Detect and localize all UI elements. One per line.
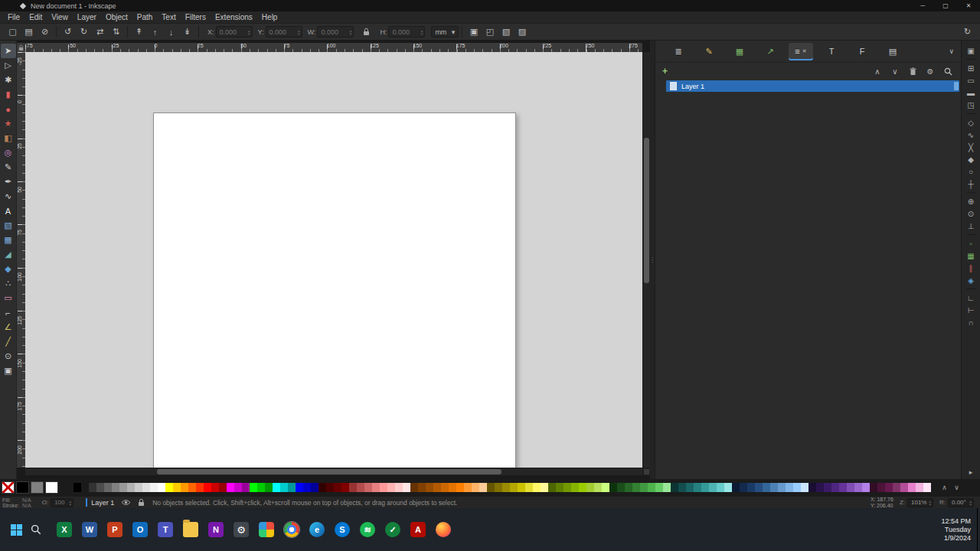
fill-stroke-indicator[interactable]: Fill:N/A Stroke:N/A xyxy=(2,497,31,508)
palette-swatch[interactable] xyxy=(655,483,663,492)
palette-swatch[interactable] xyxy=(556,483,564,492)
rectangle-tool[interactable]: ▮ xyxy=(1,87,16,102)
palette-swatch[interactable] xyxy=(441,483,449,492)
snap-perpendicular-icon[interactable]: ⊢ xyxy=(965,304,978,316)
eraser-tool[interactable]: ▭ xyxy=(1,291,16,305)
spray-tool[interactable]: ∴ xyxy=(1,276,16,291)
snapping-options-icon[interactable]: ↻ xyxy=(959,25,975,39)
scale-corners-toggle-icon[interactable]: ◰ xyxy=(482,25,498,39)
layer-row[interactable]: Layer 1 xyxy=(666,80,959,92)
snap-midpoints-icon[interactable]: ┼ xyxy=(965,178,978,190)
measure-tool[interactable]: ╱ xyxy=(1,334,16,349)
menu-view[interactable]: View xyxy=(47,11,73,23)
gray-swatch[interactable] xyxy=(31,481,44,494)
dropper-tool[interactable]: ◢ xyxy=(1,247,16,262)
box-3d-tool[interactable]: ◧ xyxy=(1,131,16,145)
palette-swatch[interactable] xyxy=(502,483,510,492)
palette-swatch[interactable] xyxy=(709,483,717,492)
palette-swatch[interactable] xyxy=(464,483,472,492)
snap-path-icon[interactable]: ∿ xyxy=(965,129,978,141)
palette-swatch[interactable] xyxy=(525,483,533,492)
minimize-button[interactable]: ─ xyxy=(911,0,934,11)
palette-swatch[interactable] xyxy=(188,483,196,492)
palette-swatch[interactable] xyxy=(548,483,556,492)
palette-swatch[interactable] xyxy=(311,483,318,492)
palette-swatch[interactable] xyxy=(755,483,763,492)
skype-icon[interactable]: S xyxy=(335,522,350,537)
palette-swatch[interactable] xyxy=(908,483,916,492)
palette-swatch[interactable] xyxy=(916,483,923,492)
flip-horizontal-icon[interactable]: ⇄ xyxy=(92,25,108,39)
palette-swatch[interactable] xyxy=(778,483,786,492)
raise-to-top-icon[interactable]: ↟ xyxy=(131,25,147,39)
photos-icon[interactable] xyxy=(259,522,274,537)
palette-swatch[interactable] xyxy=(104,483,112,492)
snap-bbox-icon[interactable]: ▭ xyxy=(965,74,978,86)
palette-swatch[interactable] xyxy=(487,483,495,492)
menu-filters[interactable]: Filters xyxy=(181,11,211,23)
snap-rotation-centers-icon[interactable]: ⊙ xyxy=(965,207,978,220)
node-tool[interactable]: ▷ xyxy=(1,58,16,73)
cms-toggle-icon[interactable] xyxy=(643,468,650,475)
spin-down-icon[interactable]: ▾ xyxy=(969,503,972,506)
pen-tool[interactable]: ✒ xyxy=(1,174,16,189)
width-input[interactable]: 0.000 ▴▾ xyxy=(317,26,354,37)
deselect-icon[interactable]: ⊘ xyxy=(37,25,53,39)
select-all-icon[interactable]: ▢ xyxy=(5,25,21,39)
spin-down-icon[interactable]: ▾ xyxy=(248,32,250,35)
rotate-cw-icon[interactable]: ↻ xyxy=(76,25,92,39)
palette-swatch[interactable] xyxy=(586,483,594,492)
tab-text[interactable]: T xyxy=(819,43,844,60)
tab-objects[interactable]: ↗ xyxy=(758,43,782,60)
word-icon[interactable]: W xyxy=(82,522,97,537)
palette-swatch[interactable] xyxy=(518,483,525,492)
display-mode-icon[interactable]: ▣ xyxy=(965,44,978,57)
tab-fill-stroke[interactable]: ✎ xyxy=(697,43,721,60)
excel-icon[interactable]: X xyxy=(57,522,72,537)
palette-swatch[interactable] xyxy=(763,483,770,492)
palette-swatch[interactable] xyxy=(158,483,165,492)
palette-swatch[interactable] xyxy=(410,483,418,492)
delete-layer-icon[interactable] xyxy=(906,66,919,77)
palette-swatch[interactable] xyxy=(824,483,831,492)
palette-swatch[interactable] xyxy=(418,483,426,492)
palette-swatch[interactable] xyxy=(288,483,296,492)
file-explorer-icon[interactable] xyxy=(183,522,198,537)
palette-swatch[interactable] xyxy=(625,483,632,492)
palette-swatch[interactable] xyxy=(671,483,678,492)
calligraphy-tool[interactable]: ∿ xyxy=(1,189,16,204)
snap-nodes-icon[interactable]: ◇ xyxy=(965,116,978,129)
close-button[interactable]: ✕ xyxy=(957,0,980,11)
scale-gradients-toggle-icon[interactable]: ▧ xyxy=(498,25,514,39)
horizontal-scrollbar-thumb[interactable] xyxy=(157,469,501,474)
palette-swatch[interactable] xyxy=(150,483,158,492)
palette-swatch[interactable] xyxy=(349,483,357,492)
menu-text[interactable]: Text xyxy=(157,11,180,23)
taskbar-search-button[interactable] xyxy=(26,520,46,540)
x-input[interactable]: 0.000 ▴▾ xyxy=(216,26,253,37)
palette-swatch[interactable] xyxy=(694,483,701,492)
pages-tool[interactable]: ▣ xyxy=(1,364,16,378)
vertical-ruler[interactable]: -250255075100125150175200 xyxy=(17,52,25,468)
palette-swatch[interactable] xyxy=(816,483,824,492)
palette-swatch[interactable] xyxy=(357,483,364,492)
palette-swatch[interactable] xyxy=(717,483,724,492)
spin-down-icon[interactable]: ▾ xyxy=(350,32,352,35)
show-desktop-button[interactable] xyxy=(977,508,980,551)
palette-swatch[interactable] xyxy=(96,483,104,492)
palette-swatch[interactable] xyxy=(265,483,273,492)
white-swatch[interactable] xyxy=(45,481,58,494)
palette-swatch[interactable] xyxy=(119,483,127,492)
zoom-tool[interactable]: ⊙ xyxy=(1,349,16,364)
edge-icon[interactable]: e xyxy=(309,522,325,537)
palette-swatch[interactable] xyxy=(571,483,579,492)
palette-swatch[interactable] xyxy=(173,483,181,492)
no-color-swatch[interactable] xyxy=(2,481,15,494)
palette-swatch[interactable] xyxy=(701,483,709,492)
palette-swatch[interactable] xyxy=(808,483,816,492)
palette-swatch[interactable] xyxy=(632,483,640,492)
lock-ratio-icon[interactable] xyxy=(358,25,374,39)
snap-smooth-nodes-icon[interactable]: ○ xyxy=(965,165,978,178)
menu-file[interactable]: File xyxy=(3,11,24,23)
palette-swatch[interactable] xyxy=(326,483,334,492)
